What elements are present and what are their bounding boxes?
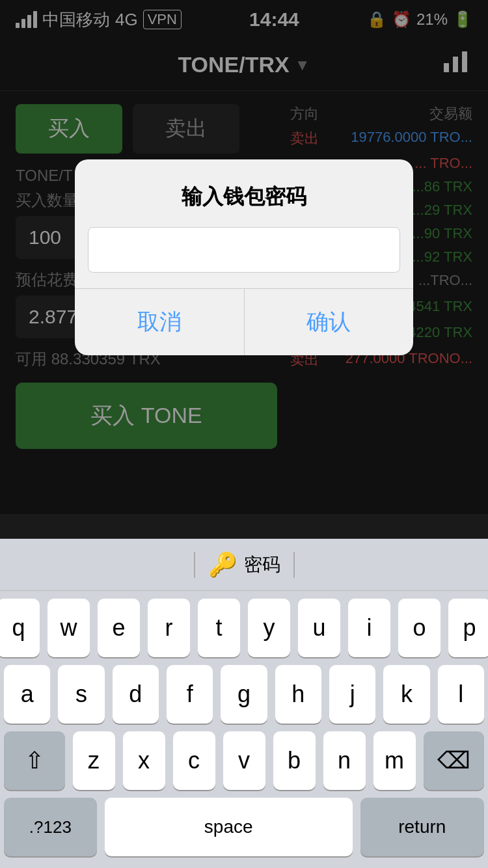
numbers-key[interactable]: .?123 (4, 798, 97, 856)
keyboard-suggestion-bar: 🔑 密码 (0, 539, 488, 591)
key-e[interactable]: e (98, 599, 140, 657)
key-k[interactable]: k (383, 665, 429, 724)
key-v[interactable]: v (223, 731, 265, 790)
key-m[interactable]: m (373, 731, 416, 790)
key-icon: 🔑 (208, 551, 237, 578)
key-g[interactable]: g (221, 665, 267, 724)
key-p[interactable]: p (448, 599, 488, 657)
shift-key[interactable]: ⇧ (4, 731, 65, 790)
dialog-title: 输入钱包密码 (75, 159, 413, 227)
dialog-overlay: 输入钱包密码 取消 确认 (0, 0, 488, 514)
keyboard-row-3: ⇧ z x c v b n m ⌫ (4, 731, 484, 790)
key-x[interactable]: x (123, 731, 165, 790)
suggestion-label: 密码 (244, 552, 280, 577)
password-input[interactable] (88, 227, 400, 273)
keyboard-row-2: a s d f g h j k l (4, 665, 484, 724)
divider-right (293, 552, 295, 578)
dialog-buttons: 取消 确认 (75, 288, 413, 355)
return-key[interactable]: return (360, 798, 484, 856)
key-t[interactable]: t (198, 599, 240, 657)
key-j[interactable]: j (329, 665, 375, 724)
key-r[interactable]: r (148, 599, 190, 657)
key-l[interactable]: l (438, 665, 484, 724)
key-d[interactable]: d (113, 665, 159, 724)
keyboard-rows: q w e r t y u i o p a s d f g h j k l ⇧ … (0, 591, 488, 868)
confirm-button[interactable]: 确认 (244, 289, 414, 355)
key-y[interactable]: y (248, 599, 290, 657)
key-s[interactable]: s (58, 665, 104, 724)
key-n[interactable]: n (323, 731, 366, 790)
keyboard-section: 🔑 密码 q w e r t y u i o p a s d f g h j k (0, 539, 488, 868)
key-o[interactable]: o (398, 599, 441, 657)
cancel-button[interactable]: 取消 (75, 289, 244, 355)
key-h[interactable]: h (275, 665, 321, 724)
key-q[interactable]: q (0, 599, 40, 657)
key-u[interactable]: u (298, 599, 340, 657)
key-f[interactable]: f (167, 665, 213, 724)
delete-key[interactable]: ⌫ (424, 731, 485, 790)
key-w[interactable]: w (47, 599, 90, 657)
divider-left (194, 552, 195, 578)
key-a[interactable]: a (4, 665, 50, 724)
password-dialog: 输入钱包密码 取消 确认 (75, 159, 413, 355)
key-b[interactable]: b (273, 731, 316, 790)
keyboard-row-4: .?123 space return (4, 798, 484, 856)
key-z[interactable]: z (73, 731, 115, 790)
space-key[interactable]: space (105, 798, 353, 856)
key-i[interactable]: i (348, 599, 390, 657)
password-suggestion[interactable]: 🔑 密码 (208, 551, 280, 578)
keyboard-row-1: q w e r t y u i o p (4, 599, 484, 657)
key-c[interactable]: c (173, 731, 215, 790)
